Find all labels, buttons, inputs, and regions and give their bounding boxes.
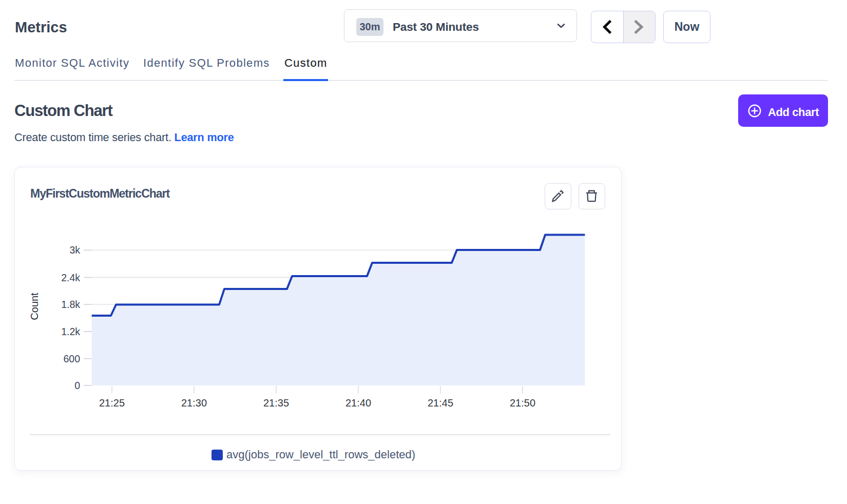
svg-text:21:45: 21:45 [428,397,453,409]
svg-text:1.2k: 1.2k [61,326,80,337]
svg-text:21:30: 21:30 [181,397,207,409]
svg-text:21:25: 21:25 [99,397,125,409]
svg-text:Count: Count [29,293,40,320]
svg-text:21:40: 21:40 [345,397,371,409]
svg-text:600: 600 [63,353,80,364]
svg-text:3k: 3k [69,244,80,256]
svg-text:2.4k: 2.4k [61,272,80,283]
svg-text:21:50: 21:50 [510,397,535,409]
svg-text:21:35: 21:35 [263,397,289,409]
svg-text:1.8k: 1.8k [61,299,80,310]
svg-text:0: 0 [74,380,80,391]
